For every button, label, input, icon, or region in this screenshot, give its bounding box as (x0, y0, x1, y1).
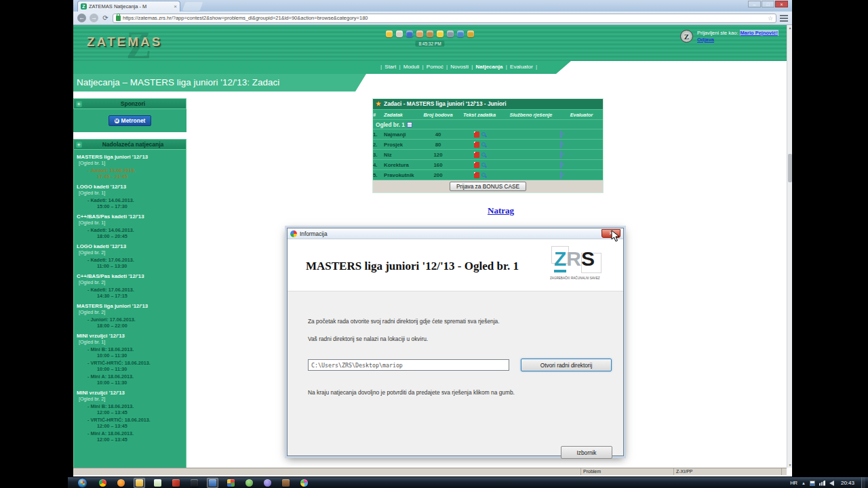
globe-app-taskbar-button[interactable] (262, 478, 273, 488)
action-center-flag-icon[interactable] (810, 481, 815, 486)
competition-name[interactable]: MINI vrzuljci '12/'13[Ogled br. 1] (77, 333, 184, 345)
menu-item-moduli[interactable]: Moduli (403, 64, 420, 70)
back-button[interactable]: ← (77, 14, 86, 22)
medal-icon (437, 30, 443, 37)
zrs-logo: ZRS ZAGREBAČKI RAČUNALNI SAVEZ (550, 246, 615, 285)
dialog-title-bar[interactable]: Informacija × (288, 228, 623, 239)
window-maximize-button[interactable]: □ (762, 1, 774, 7)
evaluator-icon[interactable] (560, 131, 561, 138)
window-close-button[interactable]: × (775, 1, 788, 7)
competition-name[interactable]: MINI vrzuljci '12/'13[Ogled br. 2] (77, 390, 184, 402)
metronet-sponsor-link[interactable]: M Metronet (108, 115, 152, 126)
logout-link[interactable]: Odjava (697, 37, 714, 43)
preview-icon[interactable] (481, 173, 486, 177)
bonus-case-button[interactable]: Prijava za BONUS CASE (450, 182, 526, 191)
dev-cpp-taskbar-button[interactable] (225, 478, 237, 488)
competition-item[interactable]: MASTERS liga juniori '12/'13[Ogled br. 2… (77, 303, 184, 329)
start-button[interactable] (77, 478, 87, 488)
competition-item[interactable]: MINI vrzuljci '12/'13[Ogled br. 2]- Mini… (77, 390, 184, 443)
menu-button[interactable]: Izbornik (561, 446, 612, 459)
bonus-row: Prijava za BONUS CASE (373, 180, 603, 192)
preview-icon[interactable] (481, 152, 486, 157)
scroll-up-arrow[interactable]: ▲ (787, 25, 793, 30)
show-desktop-button[interactable] (861, 477, 865, 488)
menu-item-pomoć[interactable]: Pomoć (427, 64, 443, 70)
media-ball-taskbar-button[interactable] (298, 478, 310, 488)
competition-item[interactable]: C++/BAS/Pas kadeti '12/'13[Ogled br. 2]-… (77, 273, 184, 299)
browser-menu-icon[interactable] (780, 15, 788, 22)
competition-name[interactable]: MASTERS liga juniori '12/'13[Ogled br. 2… (77, 303, 184, 315)
page-scrollbar[interactable]: ▲ ▼ (787, 25, 792, 468)
menu-item-novosti[interactable]: Novosti (450, 64, 469, 70)
pdf-icon[interactable] (474, 142, 479, 148)
evaluator-icon[interactable] (560, 151, 561, 159)
chrome-taskbar-button[interactable] (97, 478, 108, 488)
address-bar[interactable]: https://zatemas.zrs.hr/?app=contest2&sho… (113, 14, 776, 23)
evaluator-icon[interactable] (560, 161, 561, 169)
tray-expand-icon[interactable]: ▲ (802, 481, 806, 485)
calculator-icon (209, 479, 216, 487)
new-tab-button[interactable] (182, 2, 203, 11)
pdf-icon[interactable] (474, 152, 479, 158)
tab-close-icon[interactable]: × (174, 4, 177, 9)
network-icon[interactable] (819, 481, 825, 486)
task-name[interactable]: Najmanji (384, 131, 419, 138)
volume-icon[interactable] (829, 481, 834, 486)
pascal-ide-taskbar-button[interactable] (189, 478, 200, 488)
preview-icon[interactable] (481, 163, 486, 167)
menu-item-evaluator[interactable]: Evaluator (510, 64, 533, 70)
competition-name[interactable]: LOGO kadeti '12/'13[Ogled br. 2] (77, 243, 184, 256)
browser-tab[interactable]: Z ZATEMAS Natjecanja - M × (77, 1, 180, 12)
language-indicator[interactable]: HR (790, 480, 797, 486)
pdf-icon[interactable] (474, 162, 479, 168)
menu-item-start[interactable]: Start (384, 64, 396, 70)
zrs-letter-s: S (581, 247, 595, 270)
menu-item-natjecanja[interactable]: Natjecanja (476, 64, 503, 70)
scrollbar-thumb[interactable] (788, 154, 792, 182)
session-time: 11:00 – 13:30 (87, 264, 184, 270)
site-header: Z ZATEMAS 8:45:32 PM Z Prijavljeni ste k… (73, 25, 787, 61)
taskbar-clock[interactable]: 20:43 (841, 480, 854, 486)
logo-app-taskbar-button[interactable] (280, 478, 292, 488)
username-link[interactable]: Mario Pejnović! (740, 30, 778, 36)
export-sheet-icon[interactable] (407, 122, 412, 127)
stats-icon (457, 30, 464, 37)
evaluator-icon[interactable] (560, 141, 561, 148)
window-minimize-button[interactable]: – (748, 1, 761, 7)
competition-name[interactable]: C++/BAS/Pas kadeti '12/'13[Ogled br. 1] (77, 214, 184, 226)
open-directory-button[interactable]: Otvori radni direktorij (521, 359, 612, 371)
evaluator-icon[interactable] (560, 171, 561, 179)
competition-item[interactable]: C++/BAS/Pas kadeti '12/'13[Ogled br. 1]-… (77, 214, 184, 239)
competition-item[interactable]: MASTERS liga juniori '12/'13[Ogled br. 1… (77, 154, 184, 180)
explorer-taskbar-button[interactable] (134, 478, 145, 488)
competition-name[interactable]: LOGO kadeti '12/'13[Ogled br. 1] (77, 184, 184, 196)
pdf-icon[interactable] (474, 172, 479, 178)
forward-button[interactable]: → (90, 14, 98, 22)
preview-icon[interactable] (481, 132, 486, 136)
scroll-down-arrow[interactable]: ▼ (787, 462, 793, 468)
working-directory-path-input[interactable] (308, 359, 509, 371)
competition-item[interactable]: LOGO kadeti '12/'13[Ogled br. 2]- Kadeti… (77, 243, 184, 269)
bookmark-star-icon[interactable]: ☆ (768, 15, 773, 22)
pdf-icon[interactable] (474, 131, 479, 138)
calculator-taskbar-button[interactable] (207, 478, 218, 488)
back-link[interactable]: Natrag (488, 205, 514, 216)
competition-item[interactable]: LOGO kadeti '12/'13[Ogled br. 1]- Kadeti… (77, 184, 184, 209)
mouse-cursor (611, 230, 620, 242)
competition-item[interactable]: MINI vrzuljci '12/'13[Ogled br. 1]- Mini… (77, 333, 184, 386)
url-text[interactable]: https://zatemas.zrs.hr/?app=contest2&sho… (123, 15, 766, 21)
green-app-taskbar-button[interactable] (243, 478, 255, 488)
competition-name[interactable]: C++/BAS/Pas kadeti '12/'13[Ogled br. 2] (77, 273, 184, 285)
task-name[interactable]: Korektura (384, 162, 419, 168)
competition-name[interactable]: MASTERS liga juniori '12/'13[Ogled br. 1… (77, 154, 184, 166)
text-editor-taskbar-button[interactable] (152, 478, 163, 488)
task-name[interactable]: Prosjek (384, 142, 419, 148)
reload-button[interactable]: ⟳ (102, 14, 109, 22)
firefox-taskbar-button[interactable] (115, 478, 127, 488)
preview-icon[interactable] (481, 142, 486, 146)
task-name[interactable]: Pravokutnik (384, 172, 419, 178)
competition-session: - Kadeti: 17.06.2013.14:30 – 17:15 (87, 287, 184, 299)
task-name[interactable]: Niz (384, 152, 419, 158)
red-diamond-app-taskbar-button[interactable] (170, 478, 182, 488)
zatemas-favicon: Z (81, 3, 87, 9)
